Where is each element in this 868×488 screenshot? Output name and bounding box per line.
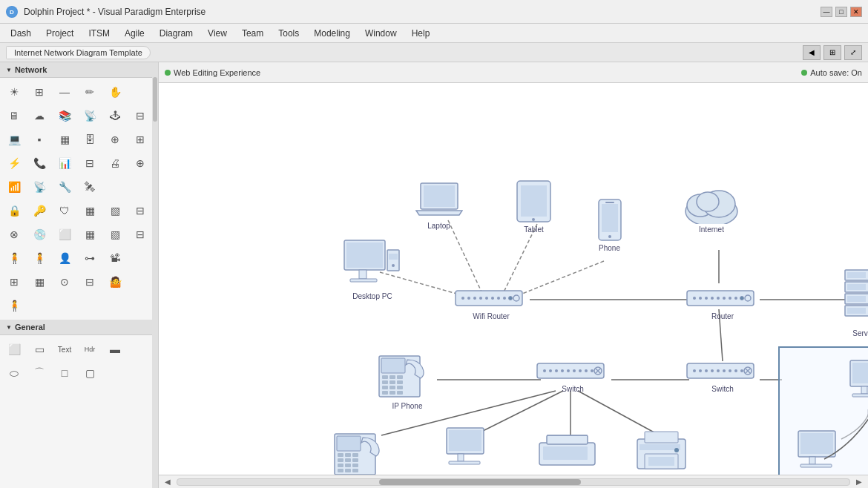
rack8-icon[interactable]: ⊟: [79, 271, 101, 293]
menu-item-help[interactable]: Help: [404, 26, 438, 41]
printer2-icon[interactable]: 🖨: [104, 152, 126, 174]
menu-item-agile[interactable]: Agile: [117, 26, 152, 41]
breadcrumb-label[interactable]: Internet Network Diagram Template: [6, 46, 151, 59]
grid-icon[interactable]: ⊞: [28, 81, 50, 103]
monitor-icon[interactable]: 🖥: [3, 105, 25, 127]
scroll-left-icon[interactable]: ◀: [162, 478, 174, 486]
rounded-icon[interactable]: ▢: [79, 362, 101, 384]
rack2-icon[interactable]: ▦: [79, 200, 101, 222]
lock-icon[interactable]: 🔒: [3, 200, 25, 222]
rect3-icon[interactable]: ▬: [104, 338, 126, 360]
sun-icon[interactable]: ☀: [3, 81, 25, 103]
rack4-icon[interactable]: ⊟: [129, 200, 151, 222]
server-icon[interactable]: 🗄: [79, 128, 101, 151]
patch-icon[interactable]: ⊞: [3, 271, 25, 293]
menu-item-dash[interactable]: Dash: [3, 26, 39, 41]
laptop-element[interactable]: Laptop: [415, 179, 463, 230]
rack3-icon[interactable]: ▧: [104, 200, 126, 222]
ip-phone2-element[interactable]: IP Phone: [333, 426, 392, 475]
box-icon[interactable]: ▪: [28, 128, 50, 151]
chart-icon[interactable]: 📊: [53, 152, 76, 174]
menu-item-window[interactable]: Window: [358, 26, 404, 41]
joystick-icon[interactable]: 🕹: [104, 105, 126, 127]
arc-icon[interactable]: ⌒: [28, 362, 50, 384]
pc-icon[interactable]: 💻: [3, 128, 25, 151]
rack7-icon[interactable]: ⊟: [129, 223, 151, 245]
oval-icon[interactable]: ⬭: [3, 362, 25, 384]
menu-item-tools[interactable]: Tools: [271, 26, 306, 41]
tablet-element[interactable]: Tablet: [513, 179, 554, 234]
general-section-header[interactable]: ▼ General: [0, 320, 158, 335]
circle-icon[interactable]: ⊙: [53, 271, 76, 293]
person5-icon[interactable]: 🧍: [3, 294, 25, 317]
book-icon[interactable]: 📚: [53, 105, 76, 127]
scanner-element[interactable]: Scanner: [536, 432, 602, 475]
rect-icon[interactable]: ⬜: [3, 338, 25, 360]
pencil-icon[interactable]: ✏: [79, 81, 101, 103]
menu-item-modeling[interactable]: Modeling: [306, 26, 358, 41]
device1-icon[interactable]: ⊟: [129, 105, 151, 127]
person1-icon[interactable]: 🧍: [3, 247, 25, 269]
internet-element[interactable]: Internet: [682, 183, 741, 234]
menu-item-view[interactable]: View: [200, 26, 234, 41]
wifi-router-element[interactable]: Wifi Router: [454, 285, 528, 320]
rack5-icon[interactable]: ▦: [79, 223, 101, 245]
breadcrumb-back-icon[interactable]: ◀: [803, 45, 821, 60]
menu-item-itsm[interactable]: ITSM: [81, 26, 117, 41]
hand-icon[interactable]: ✋: [104, 81, 126, 103]
pc-bottom-element[interactable]: PC: [443, 426, 495, 475]
switch1-element[interactable]: Switch: [536, 357, 610, 393]
device2-icon[interactable]: ⊕: [104, 128, 126, 151]
tower-icon[interactable]: 📡: [28, 176, 50, 198]
diagram-canvas[interactable]: Internet Laptop Tablet: [159, 83, 868, 475]
switch-icon[interactable]: ⊟: [79, 152, 101, 174]
phone-icon[interactable]: 📞: [28, 152, 50, 174]
menu-item-team[interactable]: Team: [234, 26, 271, 41]
ip-phone1-element[interactable]: IP Phone: [378, 349, 437, 410]
patch2-icon[interactable]: ▦: [28, 271, 50, 293]
person3-icon[interactable]: 👤: [53, 247, 76, 269]
rect2-icon[interactable]: ▭: [28, 338, 50, 360]
pc-ring-bl-element[interactable]: PC: [795, 429, 846, 475]
square-icon[interactable]: □: [53, 362, 76, 384]
shield-icon[interactable]: 🛡: [53, 200, 76, 222]
person2-icon[interactable]: 🧍: [28, 247, 50, 269]
scroll-right-icon[interactable]: ▶: [853, 478, 865, 486]
menu-item-diagram[interactable]: Diagram: [152, 26, 200, 41]
server-element[interactable]: Server: [841, 268, 868, 337]
network-section-header[interactable]: ▼ Network: [0, 62, 158, 78]
horizontal-scrollbar[interactable]: ◀ ▶: [159, 475, 868, 488]
sidebar-scrollbar[interactable]: [152, 62, 158, 488]
person4-icon[interactable]: 🤷: [104, 271, 126, 293]
breadcrumb-expand-icon[interactable]: ⤢: [844, 45, 862, 60]
close-button[interactable]: ✕: [850, 7, 862, 17]
plug-icon[interactable]: ⚡: [3, 152, 25, 174]
device3-icon[interactable]: ⊞: [129, 128, 151, 151]
text-icon[interactable]: Text: [53, 338, 76, 360]
switch2-element[interactable]: Switch: [685, 357, 760, 393]
router-element[interactable]: Router: [685, 285, 760, 320]
maximize-button[interactable]: □: [835, 7, 847, 17]
rack6-icon[interactable]: ▧: [104, 223, 126, 245]
antenna-icon[interactable]: 📡: [79, 105, 101, 127]
wrench-icon[interactable]: 🔧: [53, 176, 76, 198]
pc-ring-top-element[interactable]: PC: [846, 359, 868, 417]
label-icon[interactable]: Hdr: [79, 338, 101, 360]
key-icon[interactable]: 🔑: [28, 200, 50, 222]
satellite-icon[interactable]: 🛰: [79, 176, 101, 198]
wifi-icon[interactable]: 📶: [3, 176, 25, 198]
menu-item-project[interactable]: Project: [39, 26, 81, 41]
cloud-icon[interactable]: ☁: [28, 105, 50, 127]
rack-icon[interactable]: ▦: [53, 128, 76, 151]
device4-icon[interactable]: ⊕: [129, 152, 151, 174]
desktop-element[interactable]: Desktop PC: [343, 239, 402, 300]
projector-icon[interactable]: 📽: [104, 247, 126, 269]
line-icon[interactable]: —: [53, 81, 76, 103]
breadcrumb-grid-icon[interactable]: ⊞: [823, 45, 841, 60]
phone-element[interactable]: Phone: [596, 198, 622, 252]
cylinder-icon[interactable]: ⊗: [3, 223, 25, 245]
minimize-button[interactable]: —: [821, 7, 832, 17]
printer-element[interactable]: Printer: [634, 424, 693, 475]
disk-icon[interactable]: 💿: [28, 223, 50, 245]
connector-icon[interactable]: ⊶: [79, 247, 101, 269]
